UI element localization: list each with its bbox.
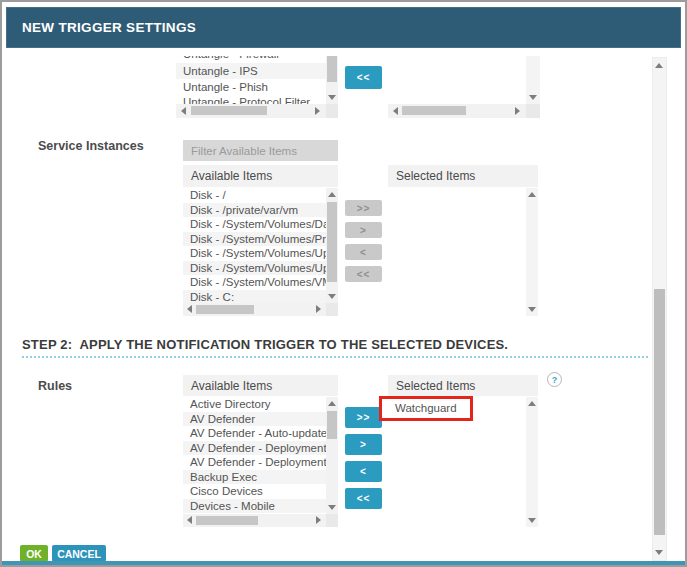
page-vscrollbar[interactable] bbox=[652, 57, 667, 561]
list-item[interactable]: Devices - Mobile bbox=[183, 499, 326, 514]
scrollbar-thumb[interactable] bbox=[327, 56, 337, 82]
scrollbar-thumb[interactable] bbox=[327, 202, 337, 282]
scroll-down-icon[interactable] bbox=[655, 550, 663, 555]
scroll-left-icon[interactable] bbox=[187, 305, 192, 313]
list-item[interactable]: Untangle - Protocol Filter bbox=[176, 95, 326, 104]
scroll-left-icon[interactable] bbox=[187, 516, 192, 524]
service-instances-label: Service Instances bbox=[38, 139, 144, 153]
filter-available-items-input[interactable] bbox=[183, 140, 338, 161]
move-left-button[interactable]: < bbox=[345, 244, 382, 260]
scroll-up-icon[interactable] bbox=[328, 401, 336, 406]
ok-button[interactable]: OK bbox=[20, 545, 48, 562]
list-item[interactable]: AV Defender bbox=[183, 412, 326, 427]
selected-items-header: Selected Items bbox=[388, 165, 538, 187]
service-selected-list[interactable] bbox=[388, 188, 526, 316]
service-available-vscrollbar[interactable] bbox=[326, 188, 338, 303]
top-selected-vscrollbar[interactable] bbox=[526, 56, 540, 104]
scrollbar-corner bbox=[526, 104, 540, 118]
list-item[interactable]: Disk - /System/Volumes/Update bbox=[183, 246, 326, 261]
move-all-left-button[interactable]: << bbox=[345, 266, 382, 282]
list-item[interactable]: Disk - /private/var/vm bbox=[183, 203, 326, 218]
scroll-up-icon[interactable] bbox=[528, 192, 536, 197]
scrollbar-corner bbox=[326, 104, 338, 118]
scrollbar-thumb[interactable] bbox=[327, 411, 337, 439]
list-item[interactable]: Backup Exec bbox=[183, 470, 326, 485]
help-icon[interactable]: ? bbox=[547, 372, 562, 387]
move-all-right-button[interactable]: >> bbox=[345, 200, 382, 216]
move-all-right-button[interactable]: >> bbox=[345, 407, 382, 428]
selected-items-header: Selected Items bbox=[388, 375, 538, 396]
list-item[interactable]: AV Defender - Deployment to Workstations bbox=[183, 455, 326, 470]
move-all-left-button[interactable]: << bbox=[345, 488, 382, 509]
footer-accent-bar bbox=[2, 561, 685, 565]
scroll-down-icon[interactable] bbox=[529, 95, 537, 100]
scroll-right-icon[interactable] bbox=[316, 305, 321, 313]
available-items-header: Available Items bbox=[183, 375, 338, 396]
move-right-button[interactable]: > bbox=[345, 434, 382, 455]
list-item[interactable]: Disk - C: bbox=[183, 290, 326, 304]
scroll-right-icon[interactable] bbox=[316, 516, 321, 524]
new-trigger-settings-dialog: NEW TRIGGER SETTINGS Untangle - Firewall… bbox=[0, 0, 687, 567]
rules-available-list[interactable]: Active Directory AV Defender AV Defender… bbox=[183, 397, 326, 514]
dialog-header: NEW TRIGGER SETTINGS bbox=[6, 7, 681, 48]
scrollbar-corner bbox=[326, 514, 338, 527]
list-item[interactable]: Disk - /System/Volumes/Update/mnt1 bbox=[183, 261, 326, 276]
available-items-header: Available Items bbox=[183, 165, 338, 187]
scrollbar-thumb[interactable] bbox=[654, 289, 665, 535]
move-right-button[interactable]: > bbox=[345, 222, 382, 238]
list-item[interactable]: Disk - /System/Volumes/VM bbox=[183, 275, 326, 290]
move-left-button[interactable]: < bbox=[345, 461, 382, 482]
scroll-right-icon[interactable] bbox=[315, 107, 320, 115]
top-selected-list[interactable] bbox=[388, 56, 526, 104]
list-item[interactable]: Untangle - Firewall bbox=[176, 56, 326, 62]
move-all-left-button[interactable]: << bbox=[345, 66, 382, 89]
service-available-list[interactable]: Disk - / Disk - /private/var/vm Disk - /… bbox=[183, 188, 326, 303]
top-available-vscrollbar[interactable] bbox=[326, 56, 338, 104]
scroll-left-icon[interactable] bbox=[181, 107, 186, 115]
scroll-down-icon[interactable] bbox=[328, 294, 336, 299]
scroll-left-icon[interactable] bbox=[393, 107, 398, 115]
cancel-button[interactable]: CANCEL bbox=[52, 545, 106, 562]
scroll-down-icon[interactable] bbox=[528, 307, 536, 312]
scroll-down-icon[interactable] bbox=[328, 95, 336, 100]
scrollbar-thumb[interactable] bbox=[402, 106, 466, 115]
scrollbar-thumb[interactable] bbox=[196, 516, 258, 525]
scroll-down-icon[interactable] bbox=[528, 518, 536, 523]
scrollbar-thumb[interactable] bbox=[191, 106, 267, 115]
rules-available-hscrollbar[interactable] bbox=[183, 514, 326, 527]
rules-selected-vscrollbar[interactable] bbox=[526, 397, 538, 527]
scroll-up-icon[interactable] bbox=[328, 192, 336, 197]
list-item[interactable]: Disk - / bbox=[183, 188, 326, 203]
top-available-list[interactable]: Untangle - Firewall Untangle - IPS Untan… bbox=[176, 56, 326, 104]
scroll-up-icon[interactable] bbox=[528, 401, 536, 406]
scroll-right-icon[interactable] bbox=[515, 107, 520, 115]
rules-label: Rules bbox=[38, 379, 72, 393]
list-item[interactable]: Disk - /System/Volumes/Data bbox=[183, 217, 326, 232]
rules-available-vscrollbar[interactable] bbox=[326, 397, 338, 514]
step2-heading: STEP 2: APPLY THE NOTIFICATION TRIGGER T… bbox=[22, 337, 508, 352]
dotted-separator bbox=[22, 356, 648, 358]
list-item[interactable]: Active Directory bbox=[183, 397, 326, 412]
list-item[interactable]: AV Defender - Deployment to Servers bbox=[183, 441, 326, 456]
service-selected-vscrollbar[interactable] bbox=[526, 188, 538, 316]
scroll-down-icon[interactable] bbox=[328, 505, 336, 510]
list-item[interactable]: Cisco Devices bbox=[183, 484, 326, 499]
scroll-up-icon[interactable] bbox=[655, 63, 663, 68]
list-item[interactable]: Untangle - Phish bbox=[176, 79, 326, 95]
list-item[interactable]: AV Defender - Auto-update configuration bbox=[183, 426, 326, 441]
top-selected-hscrollbar[interactable] bbox=[388, 104, 526, 118]
scrollbar-corner bbox=[326, 303, 338, 316]
dialog-title: NEW TRIGGER SETTINGS bbox=[22, 20, 196, 35]
top-available-hscrollbar[interactable] bbox=[176, 104, 326, 118]
red-highlight-box bbox=[379, 396, 473, 421]
scrollbar-thumb[interactable] bbox=[196, 305, 254, 314]
list-item[interactable]: Untangle - IPS bbox=[176, 63, 326, 79]
list-item[interactable]: Disk - /System/Volumes/Preboot bbox=[183, 232, 326, 247]
service-available-hscrollbar[interactable] bbox=[183, 303, 326, 316]
